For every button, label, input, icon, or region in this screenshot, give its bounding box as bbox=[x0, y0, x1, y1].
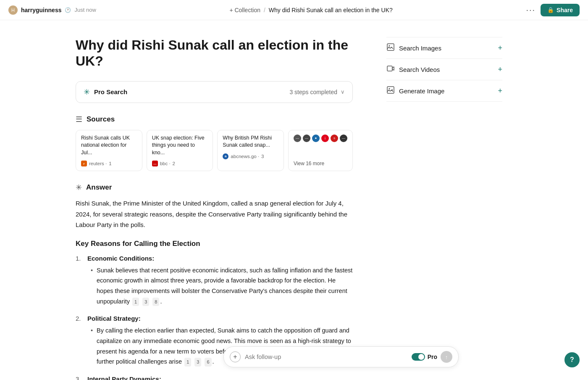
cite-2-3[interactable]: 3 bbox=[194, 358, 201, 367]
cite-1-1[interactable]: 1 bbox=[132, 298, 139, 306]
generate-icon bbox=[386, 86, 395, 95]
breadcrumb-current: Why did Rishi Sunak call an election in … bbox=[269, 7, 393, 13]
avatar: H bbox=[8, 5, 18, 15]
pro-search-right: 3 steps completed ∨ bbox=[289, 89, 345, 95]
pro-search-label: Pro Search bbox=[94, 88, 127, 95]
main-layout: Why did Rishi Sunak call an election in … bbox=[0, 20, 588, 380]
image-icon bbox=[386, 43, 395, 53]
search-videos-label: Search Videos bbox=[399, 66, 440, 73]
reason-1-bullets: Sunak believes that recent positive econ… bbox=[76, 265, 353, 307]
mini-logo-4: i bbox=[321, 135, 329, 142]
source-card-3[interactable]: Why British PM Rishi Sunak called snap..… bbox=[217, 130, 284, 172]
source-card-more[interactable]: — — ● i s — View 16 more bbox=[288, 130, 353, 172]
reuters-favicon: r bbox=[81, 161, 87, 166]
source-number-3: 3 bbox=[261, 154, 264, 159]
followup-bar: + Pro ↑ bbox=[223, 346, 459, 367]
answer-title: Answer bbox=[86, 183, 112, 192]
reason-3-title: Internal Party Dynamics: bbox=[87, 375, 161, 380]
bbc-favicon: — bbox=[152, 161, 158, 166]
reason-item-1: 1. Economic Conditions: Sunak believes t… bbox=[76, 255, 353, 307]
sidebar-action-left-images: Search Images bbox=[386, 43, 441, 53]
cite-2-6[interactable]: 6 bbox=[205, 358, 211, 367]
sidebar-action-generate-image[interactable]: Generate Image + bbox=[386, 80, 502, 102]
mini-logo-6: — bbox=[340, 135, 347, 142]
help-button[interactable]: ? bbox=[564, 352, 580, 367]
reason-3-header: 3. Internal Party Dynamics: bbox=[76, 375, 353, 380]
source-card-1[interactable]: Rishi Sunak calls UK national election f… bbox=[76, 130, 142, 172]
pro-label: Pro bbox=[428, 354, 437, 360]
source-logos: — — ● i s — bbox=[294, 135, 347, 142]
search-images-label: Search Images bbox=[399, 45, 441, 52]
sidebar-action-left-generate: Generate Image bbox=[386, 86, 444, 95]
svg-rect-3 bbox=[387, 87, 394, 93]
search-videos-plus: + bbox=[498, 65, 502, 74]
search-images-plus: + bbox=[498, 44, 502, 53]
source-card-text-2: UK snap election: Five things you need t… bbox=[152, 135, 208, 157]
breadcrumb-collection-label[interactable]: + Collection bbox=[229, 7, 260, 13]
sidebar-action-search-videos[interactable]: Search Videos + bbox=[386, 59, 502, 80]
followup-input[interactable] bbox=[245, 354, 407, 360]
answer-header: ✳ Answer bbox=[76, 183, 353, 192]
share-button[interactable]: 🔒 Share bbox=[541, 4, 580, 16]
cite-1-3[interactable]: 3 bbox=[142, 298, 149, 306]
reason-item-3: 3. Internal Party Dynamics: Sunak faces … bbox=[76, 375, 353, 380]
sources-header: ☰ Sources bbox=[76, 115, 353, 124]
source-card-2[interactable]: UK snap election: Five things you need t… bbox=[147, 130, 213, 172]
pro-search-left: ✳ Pro Search bbox=[84, 87, 127, 97]
breadcrumb-separator: / bbox=[264, 7, 265, 13]
sources-section: ☰ Sources Rishi Sunak calls UK national … bbox=[76, 115, 353, 172]
followup-add-button[interactable]: + bbox=[230, 351, 241, 362]
video-icon bbox=[386, 65, 395, 74]
source-number-2: 2 bbox=[173, 161, 175, 166]
topbar-right: ··· 🔒 Share bbox=[526, 4, 580, 16]
reason-1-number: 1. bbox=[76, 255, 84, 262]
answer-icon: ✳ bbox=[76, 183, 82, 192]
answer-intro: Rishi Sunak, the Prime Minister of the U… bbox=[76, 198, 353, 230]
pro-toggle-switch[interactable] bbox=[412, 353, 425, 361]
sidebar-action-left-videos: Search Videos bbox=[386, 65, 440, 74]
reason-2-title: Political Strategy: bbox=[87, 315, 141, 322]
clock-icon: 🕐 bbox=[65, 7, 71, 13]
topbar: H harryguinness 🕐 Just now + Collection … bbox=[0, 0, 588, 20]
source-number-1: 1 bbox=[109, 161, 111, 166]
svg-rect-0 bbox=[387, 44, 394, 50]
reason-3-number: 3. bbox=[76, 375, 84, 380]
mini-logo-5: s bbox=[331, 135, 338, 142]
generate-image-label: Generate Image bbox=[399, 87, 444, 95]
abc-favicon: a bbox=[223, 153, 228, 159]
reason-2-header: 2. Political Strategy: bbox=[76, 315, 353, 322]
reason-1-header: 1. Economic Conditions: bbox=[76, 255, 353, 262]
source-card-text-1: Rishi Sunak calls UK national election f… bbox=[81, 135, 137, 157]
svg-point-1 bbox=[389, 45, 390, 47]
source-name-1: reuters · bbox=[89, 161, 107, 166]
chevron-down-icon: ∨ bbox=[341, 89, 345, 95]
cite-2-1[interactable]: 1 bbox=[184, 358, 191, 367]
pro-search-icon: ✳ bbox=[84, 87, 90, 97]
source-card-footer-2: — bbc · 2 bbox=[152, 161, 208, 166]
page-title: Why did Rishi Sunak call an election in … bbox=[76, 37, 353, 69]
breadcrumb-collection[interactable]: + Collection bbox=[229, 7, 260, 13]
reason-1-bullet: Sunak believes that recent positive econ… bbox=[91, 265, 353, 307]
send-button[interactable]: ↑ bbox=[441, 351, 452, 363]
reason-2-number: 2. bbox=[76, 315, 84, 322]
cite-1-8[interactable]: 8 bbox=[152, 298, 159, 306]
svg-point-4 bbox=[389, 88, 390, 90]
source-card-footer-3: a abcnews.go · 3 bbox=[223, 153, 278, 159]
pro-search-box[interactable]: ✳ Pro Search 3 steps completed ∨ bbox=[76, 81, 353, 103]
more-button[interactable]: ··· bbox=[526, 5, 536, 15]
sources-grid: Rishi Sunak calls UK national election f… bbox=[76, 130, 353, 172]
mini-logo-1: — bbox=[294, 135, 301, 142]
lock-icon: 🔒 bbox=[547, 7, 554, 13]
sidebar-action-search-images[interactable]: Search Images + bbox=[386, 37, 502, 59]
right-sidebar: Search Images + Search Videos + bbox=[378, 20, 512, 380]
steps-completed: 3 steps completed bbox=[289, 89, 337, 95]
content-area: Why did Rishi Sunak call an election in … bbox=[0, 20, 378, 380]
sources-title: Sources bbox=[87, 115, 115, 124]
help-label: ? bbox=[570, 356, 574, 364]
sources-icon: ☰ bbox=[76, 115, 82, 124]
source-name-3: abcnews.go · bbox=[231, 154, 259, 159]
timestamp: Just now bbox=[74, 7, 96, 13]
pro-toggle[interactable]: Pro bbox=[412, 353, 437, 361]
svg-rect-2 bbox=[387, 66, 392, 71]
share-label: Share bbox=[556, 7, 573, 13]
